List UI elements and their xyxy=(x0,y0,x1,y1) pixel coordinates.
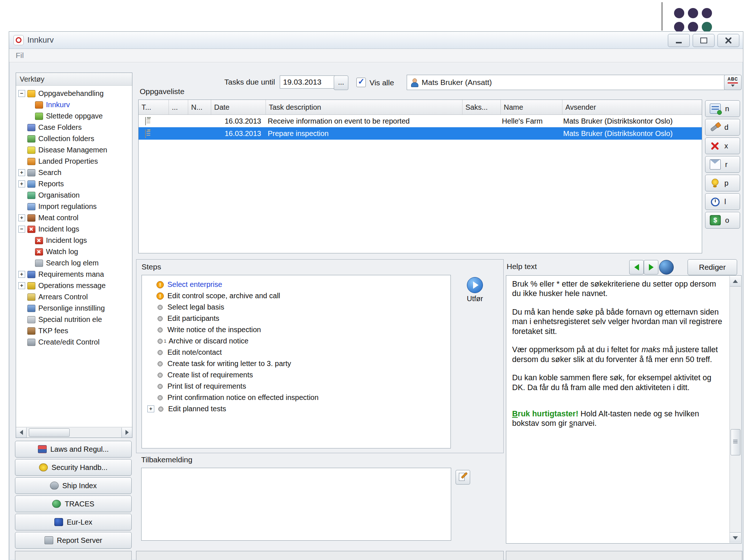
step-item[interactable]: Print list of requirements xyxy=(147,381,450,392)
cutoff-panel xyxy=(15,551,132,560)
sidebar-item-special-nutrition[interactable]: Special nutrition ele xyxy=(18,314,132,325)
sidebar-item-collection-folders[interactable]: Collection folders xyxy=(18,133,132,144)
sidebar-item-personlige-innstillinger[interactable]: Personlige innstilling xyxy=(18,303,132,314)
pending-dot-icon xyxy=(158,361,163,366)
sidebar-item-search[interactable]: Search xyxy=(18,167,132,178)
pending-dot-icon xyxy=(158,395,163,400)
step-item[interactable]: Edit participants xyxy=(147,313,450,324)
show-all-checkbox[interactable] xyxy=(356,78,366,87)
vscroll-thumb[interactable] xyxy=(731,429,740,455)
sidebar-item-slettede-oppgave[interactable]: Slettede oppgave xyxy=(35,110,132,122)
sidebar-item-tkp-fees[interactable]: TKP fees xyxy=(18,325,132,337)
hscroll-thumb[interactable] xyxy=(29,428,70,437)
traces-button[interactable]: TRACES xyxy=(15,495,132,512)
sidebar-item-oppgavebehandling[interactable]: Oppgavebehandling xyxy=(18,88,132,99)
report-server-button[interactable]: Report Server xyxy=(15,532,132,549)
close-button[interactable] xyxy=(717,34,739,47)
sidebar-item-search-log-elements[interactable]: Search log elem xyxy=(35,257,132,269)
scroll-right-button[interactable] xyxy=(121,428,132,438)
collapse-icon[interactable] xyxy=(18,226,25,233)
step-item[interactable]: Edit control scope, archive and call xyxy=(147,290,450,302)
step-item[interactable]: Edit note/contact xyxy=(147,347,450,358)
help-forward-button[interactable] xyxy=(644,260,658,275)
restore-button[interactable] xyxy=(693,34,715,47)
step-item[interactable]: Select legal basis xyxy=(147,302,450,313)
sidebar-item-create-edit-control[interactable]: Create/edit Control xyxy=(18,337,132,348)
minimize-button[interactable] xyxy=(668,34,690,47)
scroll-left-button[interactable] xyxy=(16,428,27,438)
tree-horizontal-scrollbar[interactable] xyxy=(16,427,132,438)
sidebar-item-incident-logs[interactable]: Incident logs xyxy=(18,223,132,235)
mail-task-button[interactable]: r xyxy=(705,156,740,173)
sidebar-item-watch-log[interactable]: Watch log xyxy=(35,246,132,257)
feedback-edit-button[interactable] xyxy=(456,470,470,485)
sidebar-item-incident-logs-child[interactable]: Incident logs xyxy=(35,235,132,246)
globe-icon[interactable] xyxy=(659,260,674,275)
user-name: Mats Bruker (Ansatt) xyxy=(422,78,492,87)
column-header-task-description[interactable]: Task description xyxy=(266,100,462,114)
right-arrow-icon xyxy=(125,430,129,435)
security-handbook-button[interactable]: Security Handb... xyxy=(15,459,132,476)
disease-folder-icon xyxy=(27,147,35,154)
sidebar-item-landed-properties[interactable]: Landed Properties xyxy=(18,156,132,167)
user-selector[interactable]: Mats Bruker (Ansatt) xyxy=(407,75,725,90)
date-browse-button[interactable]: ... xyxy=(334,75,348,90)
log-task-button[interactable]: l xyxy=(705,193,740,210)
sidebar-item-arrears-control[interactable]: Arrears Control xyxy=(18,291,132,303)
column-header-n[interactable]: N... xyxy=(188,100,211,114)
new-task-button[interactable]: n xyxy=(705,100,740,117)
edit-help-button[interactable]: Rediger xyxy=(688,259,737,275)
menu-fil[interactable]: Fil xyxy=(16,51,24,60)
column-header-saks[interactable]: Saks... xyxy=(462,100,501,114)
eur-lex-button[interactable]: Eur-Lex xyxy=(15,514,132,530)
sidebar-item-operations-messages[interactable]: Operations message xyxy=(18,280,132,291)
step-item[interactable]: Select enterprise xyxy=(147,279,450,290)
ship-index-button[interactable]: Ship Index xyxy=(15,477,132,494)
delete-task-button[interactable]: x xyxy=(705,137,740,154)
column-header-avsender[interactable]: Avsender xyxy=(562,100,702,114)
expand-icon[interactable] xyxy=(18,214,25,221)
step-item[interactable]: Edit planned tests xyxy=(147,403,450,415)
alarm-task-button[interactable]: p xyxy=(705,175,740,191)
expand-icon[interactable] xyxy=(147,405,154,412)
sidebar-item-disease-management[interactable]: Disease Managemen xyxy=(18,144,132,156)
expand-icon[interactable] xyxy=(18,180,25,187)
execute-button[interactable]: Utfør xyxy=(457,277,492,303)
fees-task-button[interactable]: o xyxy=(705,212,740,229)
expand-icon[interactable] xyxy=(18,282,25,289)
feedback-textarea[interactable] xyxy=(141,468,451,541)
help-back-button[interactable] xyxy=(629,260,644,275)
table-row[interactable]: 16.03.2013 Receive information on event … xyxy=(139,115,702,127)
table-row-selected[interactable]: 16.03.2013 Prepare inspection Mats Bruke… xyxy=(139,127,702,140)
sidebar-item-case-folders[interactable]: Case Folders xyxy=(18,122,132,133)
scroll-up-button[interactable] xyxy=(730,276,741,287)
column-header-dots[interactable]: ... xyxy=(169,100,188,114)
column-header-name[interactable]: Name xyxy=(501,100,562,114)
scroll-down-button[interactable] xyxy=(730,532,741,543)
step-item[interactable]: Create list of requirements xyxy=(147,369,450,381)
task-table: T... ... N... Date Task description Saks… xyxy=(138,100,702,253)
laws-and-regulations-button[interactable]: Laws and Regul... xyxy=(15,441,132,458)
column-header-date[interactable]: Date xyxy=(211,100,266,114)
column-header-type[interactable]: T... xyxy=(139,100,169,114)
step-item[interactable]: Write notice of the inspection xyxy=(147,324,450,335)
sidebar-item-organisation[interactable]: Organisation xyxy=(18,190,132,201)
sidebar-item-meat-control[interactable]: Meat control xyxy=(18,212,132,223)
sidebar-item-reports[interactable]: Reports xyxy=(18,178,132,190)
sidebar-item-innkurv[interactable]: Innkurv xyxy=(35,99,132,110)
help-scrollbar[interactable] xyxy=(729,276,741,543)
requirements-icon xyxy=(27,271,35,278)
sidebar-item-requirements-management[interactable]: Requirements mana xyxy=(18,269,132,280)
help-panel: Help text Rediger Bruk % eller * etter d… xyxy=(506,259,742,544)
sidebar-item-import-regulations[interactable]: Import regulations xyxy=(18,201,132,212)
due-date-input[interactable] xyxy=(280,75,337,89)
step-item[interactable]: Print confirmation notice on effected in… xyxy=(147,392,450,403)
spellcheck-button[interactable]: ABC xyxy=(724,75,742,90)
step-item[interactable]: Create task for writing letter to 3. par… xyxy=(147,358,450,369)
step-item[interactable]: 1Archive or discard notice xyxy=(147,335,450,347)
feedback-header: Tilbakemelding xyxy=(141,455,192,464)
collapse-icon[interactable] xyxy=(18,90,25,97)
edit-task-button[interactable]: d xyxy=(705,119,740,136)
expand-icon[interactable] xyxy=(18,169,25,176)
expand-icon[interactable] xyxy=(18,271,25,278)
